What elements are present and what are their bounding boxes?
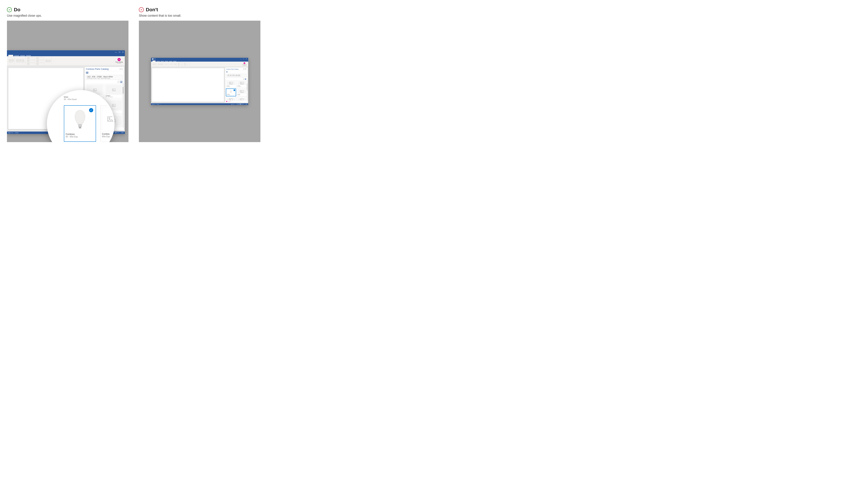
pane-dropdown-icon[interactable]: ▾: [244, 68, 244, 70]
ribbon-tab[interactable]: [8, 55, 13, 56]
window-titlebar: ↶ ↷ — ☐ ✕: [151, 58, 248, 60]
svg-point-22: [241, 91, 241, 91]
ribbon: Parts Catalog Contoso: [7, 56, 125, 66]
pane-title: Contoso Parts Catalog: [86, 68, 109, 70]
zoom-in-icon[interactable]: +: [244, 104, 245, 105]
zoom-slider[interactable]: [237, 104, 244, 104]
addin-name: Parts Catalog: [115, 62, 123, 63]
dont-heading: Don't: [146, 7, 158, 13]
document-page[interactable]: [152, 68, 224, 102]
undo-icon[interactable]: ↶: [156, 58, 158, 60]
dont-thumbnail-frame: ↶ ↷ — ☐ ✕: [139, 21, 260, 142]
view-mode-icon[interactable]: ▦: [231, 104, 232, 105]
mag-card-top: toso 60 - 65w Equal: [64, 96, 77, 100]
result-card[interactable]: [226, 97, 236, 100]
list-view-icon[interactable]: ≡: [118, 81, 120, 83]
search-title: LED - R30 - 2700K - Warm White: [87, 76, 121, 78]
grid-view-icon[interactable]: ▦: [120, 81, 122, 83]
mag-sel-name: Contoso: [66, 133, 94, 135]
check-circle-icon: [7, 7, 12, 12]
addin-company: Contoso: [242, 65, 247, 66]
view-mode-icon[interactable]: ▭: [234, 104, 235, 105]
svg-rect-12: [78, 124, 82, 127]
zoom-level: 100%: [245, 104, 247, 105]
pane-menu-bar: [225, 71, 248, 73]
result-card[interactable]: Contoso 60 - 65w Equal: [226, 80, 236, 88]
results-grid: Contoso 60 - 65w Equal Contoso 60 - 65w …: [225, 80, 248, 100]
view-toggle: ≡ ▦: [225, 78, 248, 80]
status-page: Page 1 of 1: [152, 104, 156, 105]
search-result-summary: LED - R30 - 2700K - Warm White 16 result…: [226, 74, 247, 77]
dont-header: Don't: [139, 7, 260, 13]
svg-point-17: [230, 82, 230, 83]
window-close-icon[interactable]: ✕: [122, 51, 124, 53]
mag-sub: 60 - 65w Equal: [64, 98, 77, 100]
dont-subtitle: Show content that is too small.: [139, 14, 260, 17]
svg-point-3: [113, 89, 113, 90]
window-maximize-icon[interactable]: ☐: [243, 58, 244, 60]
do-heading: Do: [14, 7, 20, 13]
status-page: Page 1 of 1: [8, 132, 13, 133]
status-words: 0 words: [15, 132, 18, 133]
window-close-icon[interactable]: ✕: [245, 58, 247, 60]
selected-check-icon: ✓: [89, 108, 93, 112]
svg-point-7: [113, 104, 113, 105]
pane-close-icon[interactable]: ✕: [245, 68, 247, 70]
pane-close-icon[interactable]: ✕: [121, 68, 123, 70]
scrollbar[interactable]: [122, 83, 124, 127]
scrollbar[interactable]: [247, 80, 248, 100]
do-thumbnail-frame: — ☐ ✕: [7, 21, 128, 142]
svg-rect-23: [229, 99, 232, 100]
result-card-selected[interactable]: ✓ Contoso 60 - 65w Equal: [226, 89, 236, 96]
list-view-icon[interactable]: ≡: [243, 78, 244, 80]
search-sub: 16 results in LED - R30 - 60-65 Watt Equ…: [228, 76, 245, 77]
svg-rect-25: [240, 99, 243, 100]
zoom-out-icon[interactable]: −: [236, 104, 236, 105]
ribbon-addin-button[interactable]: Parts Catalog Contoso: [114, 57, 124, 64]
result-card[interactable]: Contoso 85w Equal: [237, 89, 247, 96]
x-circle-icon: [139, 7, 144, 12]
zoom-level: 100%: [121, 132, 124, 133]
hamburger-icon[interactable]: [226, 71, 228, 73]
window-maximize-icon[interactable]: ☐: [119, 51, 120, 53]
save-icon[interactable]: [154, 58, 156, 60]
do-subtitle: Use magnified close ups.: [7, 14, 128, 17]
redo-icon[interactable]: ↷: [158, 58, 160, 60]
search-result-summary: LED - R30 - 2700K - Warm White 16 result…: [86, 75, 123, 80]
lightbulb-icon: [244, 62, 245, 64]
mag-right-name: Contos: [102, 133, 115, 135]
pane-dropdown-icon[interactable]: ▾: [120, 68, 121, 70]
grid-view-icon[interactable]: ▦: [245, 78, 246, 80]
ribbon-tabs: [7, 54, 125, 56]
svg-rect-13: [79, 127, 81, 128]
dont-column: Don't Show content that is too small. ↶ …: [139, 7, 260, 142]
result-card[interactable]: [237, 97, 247, 100]
svg-point-26: [241, 99, 241, 100]
zoom-in-icon[interactable]: +: [120, 132, 120, 133]
pane-footer: C Contoso: [225, 100, 248, 103]
window-minimize-icon[interactable]: —: [240, 58, 242, 60]
pane-header: Contoso Parts Catalog ▾ ✕: [85, 67, 124, 71]
do-header: Do: [7, 7, 128, 13]
pane-title: Contoso Parts Catalog: [226, 68, 238, 70]
result-card[interactable]: Contoso 60 - 65w Equal: [237, 80, 247, 88]
hamburger-icon[interactable]: [86, 72, 88, 74]
status-proofing-icon[interactable]: ✎: [160, 104, 160, 105]
status-bar: Page 1 of 1 0 words ✎ ▦ ▤ ▭ − + 100%: [151, 103, 248, 105]
mag-selected-card[interactable]: ✓ Contoso 60 - 65w Equ: [64, 105, 96, 142]
do-column: Do Use magnified close ups. — ☐ ✕: [7, 7, 128, 142]
view-mode-icon[interactable]: ▤: [233, 104, 233, 105]
mag-sel-sub: 60 - 65w Equ: [66, 135, 94, 138]
result-card[interactable]: Contoso 60 - 65w Equal: [105, 84, 123, 98]
search-sub: 16 results in LED - R30 - 60-65 Watt Equ…: [87, 78, 121, 79]
svg-point-24: [230, 99, 230, 100]
view-toggle: ≡ ▦: [85, 80, 124, 83]
word-window-dont: ↶ ↷ — ☐ ✕: [151, 58, 248, 105]
mag-right-sub: 85w Equ: [102, 135, 115, 138]
ribbon-tabs: [151, 60, 248, 62]
ribbon-addin-button[interactable]: Parts Catalog Contoso: [241, 62, 248, 66]
window-minimize-icon[interactable]: —: [115, 51, 117, 53]
svg-point-1: [94, 89, 94, 90]
mag-name-partial: toso: [64, 96, 77, 98]
svg-point-19: [241, 82, 241, 83]
